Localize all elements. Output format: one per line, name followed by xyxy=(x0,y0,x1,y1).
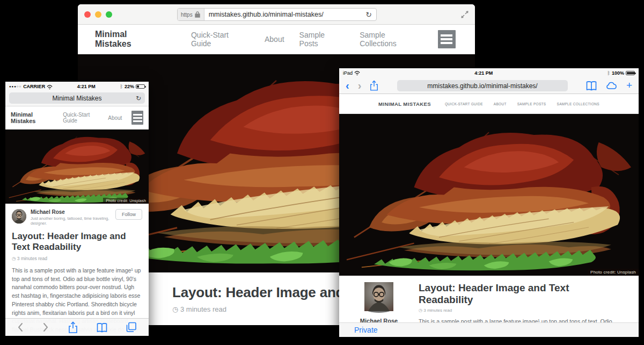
read-time: 3 minutes read xyxy=(423,308,452,313)
wifi-icon xyxy=(354,70,360,75)
tabs-icon[interactable] xyxy=(126,322,137,333)
photo-credit: Photo credit: Unsplash xyxy=(588,269,639,276)
private-browsing-bar: Private xyxy=(339,322,639,337)
menu-hamburger-button[interactable] xyxy=(438,30,456,48)
read-time: 3 minutes read xyxy=(180,305,226,313)
bluetooth-icon: ᛒ xyxy=(608,70,610,76)
iphone-bottom-toolbar xyxy=(5,318,149,336)
battery-percent: 22% xyxy=(125,84,134,89)
site-brand-link[interactable]: Minimal Mistakes xyxy=(11,111,51,124)
share-icon[interactable] xyxy=(370,80,378,91)
nav-link-about[interactable]: About xyxy=(108,115,122,121)
battery-percent: 100% xyxy=(612,70,624,76)
read-time: 3 minutes read xyxy=(17,256,47,261)
fullscreen-icon[interactable] xyxy=(460,10,470,19)
lock-icon xyxy=(194,11,201,18)
wifi-icon xyxy=(47,84,53,89)
follow-button[interactable]: Follow xyxy=(115,209,142,220)
iphone-post-content: Michael Rose Just another boring, tattoo… xyxy=(5,204,149,336)
avatar xyxy=(12,209,26,224)
share-icon[interactable] xyxy=(68,321,78,333)
zoom-window-button[interactable] xyxy=(106,11,112,18)
post-meta: ◷ 3 minutes read xyxy=(12,256,142,261)
https-badge: https xyxy=(178,9,204,20)
icloud-tabs-icon[interactable] xyxy=(606,81,617,90)
ipad-toolbar-right: + xyxy=(586,80,632,91)
author-card: Michael Rose Just another boring, tattoo… xyxy=(339,282,419,322)
forward-icon[interactable]: › xyxy=(358,80,362,91)
bluetooth-icon: ᛒ xyxy=(120,84,123,89)
ipad-safari-screenshot: iPad 4:21 PM ᛒ 100% ‹ › mmistakes.github… xyxy=(339,68,639,337)
ipad-site-nav: MINIMAL MISTAKES QUICK-START GUIDE ABOUT… xyxy=(339,94,639,114)
desktop-titlebar: https mmistakes.github.io/minimal-mistak… xyxy=(78,4,475,25)
device-label: iPad xyxy=(343,70,353,76)
nav-link-sample-collections[interactable]: SAMPLE COLLECTIONS xyxy=(557,102,599,106)
author-meta: Michael Rose Just another boring, tattoo… xyxy=(31,209,115,226)
author-bio: Just another boring, tattooed, time trav… xyxy=(31,216,115,226)
window-controls xyxy=(84,11,112,18)
https-label: https xyxy=(181,12,193,18)
back-icon[interactable] xyxy=(17,322,24,332)
ipad-address-bar[interactable]: mmistakes.github.io/minimal-mistakes/ xyxy=(397,80,568,91)
clock-icon: ◷ xyxy=(12,256,16,261)
composite-stage: https mmistakes.github.io/minimal-mistak… xyxy=(0,0,644,345)
reload-icon[interactable]: ↻ xyxy=(136,95,141,102)
bookmarks-icon[interactable] xyxy=(586,81,597,91)
ipad-toolbar: ‹ › mmistakes.github.io/minimal-mistakes… xyxy=(339,77,639,94)
status-time: 4:21 PM xyxy=(360,70,608,76)
iphone-site-nav: Minimal Mistakes Quick-Start Guide About xyxy=(5,106,149,130)
battery-icon xyxy=(626,71,635,75)
nav-link-sample-posts[interactable]: Sample Posts xyxy=(299,31,345,48)
carrier-label: CARRIER xyxy=(23,84,45,89)
minimize-window-button[interactable] xyxy=(95,11,101,18)
iphone-hero-image: Photo credit: Unsplash xyxy=(5,130,149,204)
new-tab-icon[interactable]: + xyxy=(626,80,632,91)
status-time: 4:21 PM xyxy=(53,84,120,89)
iphone-status-bar: ●●●○○ CARRIER 4:21 PM ᛒ 22% xyxy=(5,82,149,91)
clock-icon: ◷ xyxy=(419,308,422,313)
ipad-status-bar: iPad 4:21 PM ᛒ 100% xyxy=(339,68,639,77)
close-window-button[interactable] xyxy=(84,11,91,18)
url-text: mmistakes.github.io/minimal-mistakes/ xyxy=(204,11,362,18)
nav-link-quick-start[interactable]: Quick-Start Guide xyxy=(191,31,250,48)
post-title: Layout: Header Image and Text Readabilit… xyxy=(419,282,619,306)
post-body: This is a sample post with a large featu… xyxy=(419,317,619,322)
signal-dots-icon: ●●●○○ xyxy=(9,85,21,88)
nav-link-about[interactable]: About xyxy=(265,35,284,44)
desktop-site-nav: Minimal Mistakes Quick-Start Guide About… xyxy=(78,25,475,54)
clock-icon: ◷ xyxy=(172,305,178,313)
leaves-photo xyxy=(5,130,149,204)
nav-link-quick-start[interactable]: QUICK-START GUIDE xyxy=(445,102,483,106)
back-icon[interactable]: ‹ xyxy=(346,80,349,91)
address-bar[interactable]: https mmistakes.github.io/minimal-mistak… xyxy=(177,8,377,21)
nav-link-sample-posts[interactable]: SAMPLE POSTS xyxy=(517,102,546,106)
leaves-photo xyxy=(339,114,639,276)
menu-hamburger-button[interactable] xyxy=(131,111,143,125)
bookmarks-icon[interactable] xyxy=(97,322,107,333)
post-main: Layout: Header Image and Text Readabilit… xyxy=(419,282,639,322)
ipad-post-content: Michael Rose Just another boring, tattoo… xyxy=(339,276,639,322)
photo-credit: Photo credit: Unsplash xyxy=(103,198,149,204)
nav-link-sample-collections[interactable]: Sample Collections xyxy=(360,31,422,48)
site-brand-link[interactable]: MINIMAL MISTAKES xyxy=(378,101,431,107)
post-meta: ◷ 3 minutes read xyxy=(419,308,619,313)
reload-icon[interactable]: ↻ xyxy=(361,10,376,19)
battery-icon xyxy=(136,84,145,89)
author-card: Michael Rose Just another boring, tattoo… xyxy=(12,209,142,226)
avatar xyxy=(364,304,393,313)
private-button[interactable]: Private xyxy=(354,326,378,334)
author-name: Michael Rose xyxy=(339,318,419,322)
forward-icon[interactable] xyxy=(42,322,49,332)
url-text: mmistakes.github.io/minimal-mistakes/ xyxy=(427,82,537,90)
iphone-safari-screenshot: ●●●○○ CARRIER 4:21 PM ᛒ 22% Minimal Mist… xyxy=(5,82,149,336)
nav-link-about[interactable]: ABOUT xyxy=(494,102,507,106)
site-brand-link[interactable]: Minimal Mistakes xyxy=(95,30,164,49)
iphone-url-row: Minimal Mistakes ↻ xyxy=(5,91,149,106)
post-title: Layout: Header Image and Text Readabilit… xyxy=(12,231,142,253)
author-name: Michael Rose xyxy=(31,209,115,215)
iphone-url-text: Minimal Mistakes xyxy=(52,95,101,102)
ipad-hero-image: Photo credit: Unsplash xyxy=(339,114,639,276)
nav-link-quick-start[interactable]: Quick-Start Guide xyxy=(63,112,98,124)
iphone-address-bar[interactable]: Minimal Mistakes ↻ xyxy=(9,92,145,104)
